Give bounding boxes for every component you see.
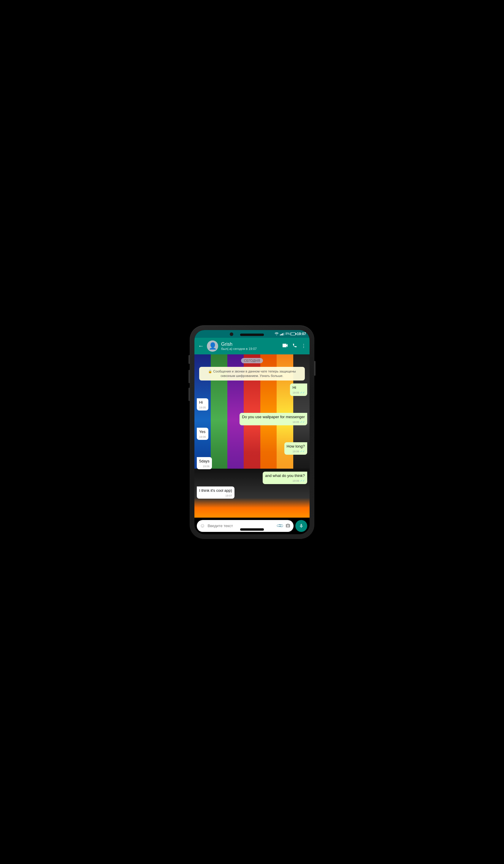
status-bar: 8% 19:07 (194, 330, 310, 338)
video-call-icon[interactable] (282, 344, 288, 349)
battery-fill (291, 333, 291, 335)
chat-area: СЕГОДНЯ 🔒 Сообщения и звонки в данном ча… (194, 355, 310, 518)
volume-up-button (189, 355, 190, 364)
phone-frame: 8% 19:07 ← 👤 Grish был(-а) сегодня в 19:… (190, 325, 314, 539)
message-input[interactable] (207, 524, 275, 528)
message-row-5: How long? 19:06 ✓✓ (197, 442, 307, 455)
chat-header: ← 👤 Grish был(-а) сегодня в 19:07 (194, 338, 310, 355)
msg-meta-1: 19:05 ✓✓ (292, 391, 305, 395)
message-text-6: 5days (199, 459, 209, 463)
message-text-4: Yes (199, 430, 205, 434)
msg-meta-3: 19:05 ✓✓ (242, 420, 305, 424)
camera-button[interactable] (285, 523, 291, 529)
message-text-2: Hi (199, 400, 203, 405)
msg-meta-2: 19:05 (199, 406, 206, 410)
camera (230, 333, 233, 336)
message-row-8: I think it's cool app) 19:07 (197, 487, 307, 499)
msg-time-1: 19:05 (292, 391, 299, 395)
battery-indicator: 8% (286, 332, 296, 335)
message-bubble-8: I think it's cool app) 19:07 (197, 487, 235, 499)
msg-time-8: 19:07 (225, 494, 232, 498)
msg-meta-4: 19:06 (199, 435, 206, 439)
battery-percent: 8% (286, 332, 290, 335)
msg-meta-5: 19:06 ✓✓ (287, 449, 305, 454)
more-options-icon[interactable]: ⋮ (301, 343, 306, 349)
volume-down-button (189, 370, 190, 383)
message-text-7: and what do you think? (265, 473, 305, 478)
contact-name: Grish (221, 341, 279, 347)
message-bubble-6: 5days 19:06 (197, 457, 212, 469)
input-wrap: ☺ 📎 (197, 520, 293, 532)
battery-body (290, 333, 296, 335)
message-row-7: and what do you think? 19:06 ✓✓ (197, 472, 307, 484)
date-label: СЕГОДНЯ (241, 358, 263, 363)
input-bar: ☺ 📎 (194, 518, 310, 534)
attach-button[interactable]: 📎 (276, 522, 284, 530)
msg-check-5: ✓✓ (300, 449, 305, 454)
msg-meta-8: 19:07 (199, 494, 232, 498)
avatar-icon: 👤 (209, 343, 217, 349)
emoji-button[interactable]: ☺ (200, 523, 205, 529)
back-button[interactable]: ← (198, 343, 204, 349)
msg-time-6: 19:06 (203, 465, 209, 468)
camera-button (189, 388, 190, 401)
msg-check-7: ✓✓ (300, 479, 305, 483)
msg-meta-7: 19:06 ✓✓ (265, 479, 305, 483)
chat-messages: СЕГОДНЯ 🔒 Сообщения и звонки в данном ча… (194, 355, 310, 518)
message-row-1: Hi 19:05 ✓✓ (197, 383, 307, 396)
message-bubble-7: and what do you think? 19:06 ✓✓ (263, 472, 307, 484)
message-text-1: Hi (292, 385, 296, 390)
mic-button[interactable] (295, 520, 307, 532)
message-row-2: Hi 19:05 (197, 398, 307, 410)
message-text-5: How long? (287, 444, 305, 448)
msg-time-7: 19:06 (292, 479, 299, 483)
message-bubble-3: Do you use wallpaper for messenger 19:05… (240, 413, 307, 425)
header-icons: ⋮ (282, 343, 306, 349)
msg-check-1: ✓✓ (300, 391, 305, 395)
message-row-4: Yes 19:06 (197, 428, 307, 440)
message-bubble-2: Hi 19:05 (197, 398, 208, 410)
power-button (314, 361, 315, 376)
wifi-icon (275, 332, 279, 335)
message-text-3: Do you use wallpaper for messenger (242, 415, 305, 419)
contact-status: был(-а) сегодня в 19:07 (221, 347, 279, 350)
message-text-8: I think it's cool app) (199, 488, 232, 493)
msg-time-5: 19:06 (292, 450, 299, 454)
contact-info[interactable]: Grish был(-а) сегодня в 19:07 (221, 341, 279, 350)
message-bubble-4: Yes 19:06 (197, 428, 208, 440)
msg-time-4: 19:06 (199, 435, 206, 439)
signal-icon (280, 333, 284, 335)
mic-icon (299, 523, 304, 529)
phone-screen: 8% 19:07 ← 👤 Grish был(-а) сегодня в 19:… (194, 330, 310, 534)
message-bubble-5: How long? 19:06 ✓✓ (284, 442, 307, 455)
status-icons: 8% 19:07 (275, 332, 306, 336)
encryption-notice: 🔒 Сообщения и звонки в данном чате тепер… (199, 367, 305, 381)
message-row-3: Do you use wallpaper for messenger 19:05… (197, 413, 307, 425)
avatar[interactable]: 👤 (207, 340, 218, 352)
msg-check-3: ✓✓ (300, 420, 305, 424)
msg-meta-6: 19:06 (199, 465, 209, 468)
msg-time-2: 19:05 (199, 406, 206, 410)
phone-icon[interactable] (292, 343, 297, 349)
msg-time-3: 19:05 (292, 420, 299, 424)
message-row-6: 5days 19:06 (197, 457, 307, 469)
status-time: 19:07 (297, 332, 306, 336)
message-bubble-1: Hi 19:05 ✓✓ (290, 383, 307, 396)
